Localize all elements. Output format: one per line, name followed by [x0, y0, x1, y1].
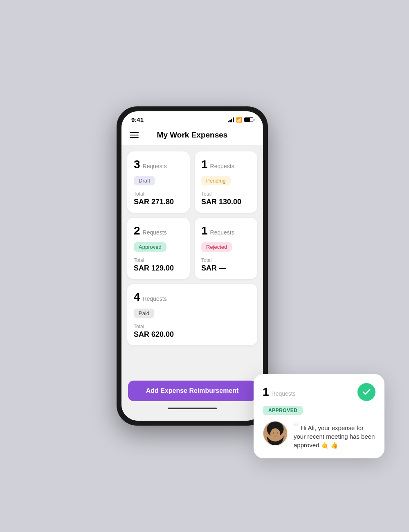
card-count: 4	[134, 291, 140, 304]
count-row: 1 Requests	[201, 158, 251, 171]
status-time: 9:41	[131, 116, 144, 123]
requests-label: Requests	[143, 229, 167, 236]
total-amount: SAR —	[201, 264, 251, 273]
total-amount: SAR 130.00	[201, 198, 251, 206]
requests-label: Requests	[210, 163, 234, 169]
popup-header: 1 Requests	[263, 383, 375, 401]
quote-open-icon: “	[294, 420, 299, 433]
approved-check-icon	[357, 383, 375, 401]
status-badge: Draft	[134, 176, 155, 185]
count-row: 1 Requests	[201, 224, 251, 237]
total-label: Total	[134, 191, 183, 197]
total-label: Total	[134, 324, 251, 329]
card-approved[interactable]: 2 Requests Approved Total SAR 129.00	[127, 218, 190, 279]
wifi-icon: 📶	[236, 117, 242, 123]
approval-popup: 1 Requests APPROVED	[254, 374, 384, 458]
svg-point-4	[276, 433, 278, 434]
status-bar: 9:41 📶	[121, 111, 263, 126]
page-title: My Work Expenses	[145, 131, 239, 140]
card-paid[interactable]: 4 Requests Paid Total SAR 620.00	[127, 284, 257, 345]
phone-shell: 9:41 📶 My Work Expenses	[117, 106, 268, 426]
total-label: Total	[134, 257, 183, 263]
avatar	[263, 421, 288, 446]
total-amount: SAR 271.80	[134, 198, 183, 206]
home-indicator	[128, 404, 256, 413]
status-badge: Paid	[134, 309, 154, 318]
status-icons: 📶	[228, 117, 253, 123]
svg-point-3	[273, 433, 274, 434]
popup-body: “ Hi Ali, your expense for your recent m…	[263, 421, 375, 449]
card-pending[interactable]: 1 Requests Pending Total SAR 130.00	[195, 151, 257, 213]
total-label: Total	[201, 257, 251, 263]
app-header: My Work Expenses	[121, 126, 263, 146]
phone-screen: 9:41 📶 My Work Expenses	[121, 111, 263, 421]
card-count: 3	[134, 158, 140, 171]
requests-label: Requests	[210, 229, 234, 236]
battery-icon	[244, 117, 253, 122]
count-row: 4 Requests	[134, 291, 251, 304]
count-row: 2 Requests	[134, 224, 183, 237]
popup-badge: APPROVED	[263, 406, 303, 415]
total-label: Total	[201, 191, 251, 197]
card-count: 2	[134, 224, 140, 237]
cards-grid: 3 Requests Draft Total SAR 271.80 1 Requ…	[121, 146, 263, 376]
status-badge: Approved	[134, 242, 166, 252]
card-count: 1	[201, 224, 208, 237]
popup-message-area: “ Hi Ali, your expense for your recent m…	[294, 421, 375, 449]
total-amount: SAR 129.00	[134, 264, 183, 273]
card-draft[interactable]: 3 Requests Draft Total SAR 271.80	[127, 151, 190, 213]
popup-requests-label: Requests	[272, 390, 296, 397]
menu-button[interactable]	[130, 132, 139, 138]
requests-label: Requests	[143, 163, 167, 169]
svg-point-2	[270, 428, 280, 439]
card-rejected[interactable]: 1 Requests Rejected Total SAR —	[195, 218, 257, 279]
count-row: 3 Requests	[134, 158, 183, 171]
status-badge: Rejected	[201, 242, 232, 252]
total-amount: SAR 620.00	[134, 330, 251, 339]
add-expense-button[interactable]: Add Expense Reimbursement	[128, 381, 256, 401]
popup-count: 1	[263, 385, 269, 399]
signal-icon	[228, 117, 234, 122]
status-badge: Pending	[201, 176, 231, 185]
popup-count-area: 1 Requests	[263, 385, 296, 399]
bottom-bar: Add Expense Reimbursement	[121, 376, 263, 421]
requests-label: Requests	[143, 295, 167, 302]
card-count: 1	[201, 158, 208, 171]
popup-message: Hi Ali, your expense for your recent mee…	[294, 424, 375, 449]
